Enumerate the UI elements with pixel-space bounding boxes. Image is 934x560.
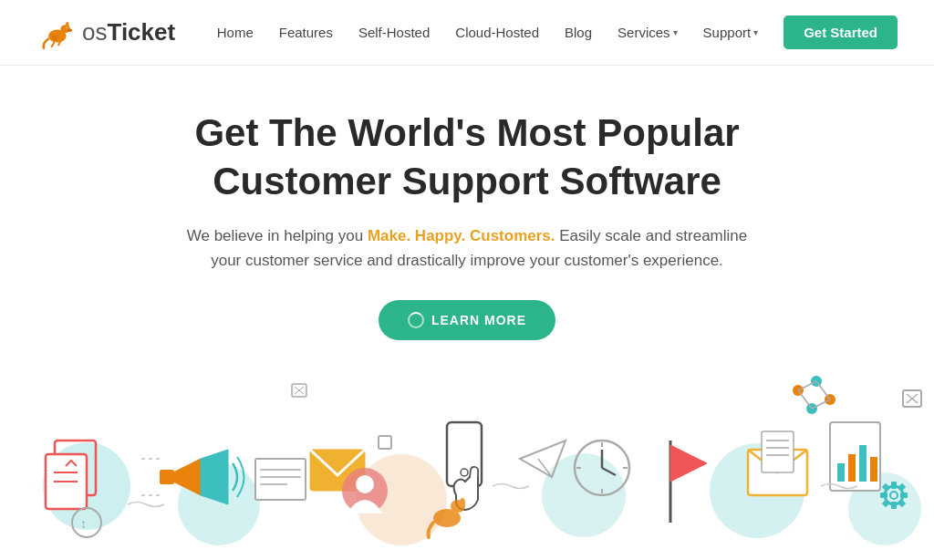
hero-title: Get The World's Most Popular Customer Su… [36, 109, 898, 205]
svg-rect-49 [848, 454, 856, 482]
nav-home[interactable]: Home [217, 25, 254, 40]
logo-text: osTicket [82, 18, 175, 47]
svg-rect-51 [870, 457, 877, 482]
svg-marker-21 [201, 450, 228, 504]
hero-section: Get The World's Most Popular Customer Su… [0, 66, 934, 368]
svg-line-81 [798, 390, 812, 409]
nav-support-label: Support [703, 25, 752, 40]
svg-rect-55 [891, 502, 897, 509]
svg-rect-56 [880, 493, 887, 498]
get-started-button[interactable]: Get Started [784, 16, 898, 49]
svg-line-32 [538, 459, 552, 477]
svg-point-10 [542, 453, 626, 537]
learn-more-button[interactable]: LEARN MORE [379, 300, 555, 340]
svg-rect-20 [160, 470, 174, 484]
nav-features[interactable]: Features [279, 25, 333, 40]
logo[interactable]: osTicket [36, 13, 175, 53]
nav-services-label: Services [617, 25, 670, 40]
nav-blog[interactable]: Blog [565, 25, 592, 40]
svg-point-5 [67, 26, 67, 27]
svg-point-6 [52, 35, 58, 39]
illustration-strip: ↕ [0, 368, 934, 550]
nav-support-dropdown[interactable]: Support ▾ [703, 25, 759, 40]
svg-rect-48 [837, 463, 845, 482]
hero-highlight: Make. Happy. Customers. [368, 227, 555, 244]
nav-cloud-hosted[interactable]: Cloud-Hosted [455, 25, 539, 40]
svg-rect-50 [859, 445, 867, 482]
learn-more-label: LEARN MORE [431, 313, 526, 327]
svg-point-70 [460, 498, 465, 507]
svg-marker-41 [670, 445, 707, 482]
main-nav: Home Features Self-Hosted Cloud-Hosted B… [217, 16, 898, 49]
svg-rect-57 [900, 493, 908, 498]
svg-point-30 [461, 469, 468, 476]
nav-self-hosted[interactable]: Self-Hosted [358, 25, 430, 40]
svg-line-79 [816, 381, 830, 399]
svg-rect-25 [379, 436, 391, 449]
svg-rect-62 [255, 459, 306, 500]
hero-illustration: ↕ [0, 368, 934, 550]
spinner-icon [408, 312, 424, 328]
nav-services-dropdown[interactable]: Services ▾ [617, 25, 678, 40]
svg-rect-43 [762, 431, 794, 472]
kangaroo-icon [36, 13, 77, 53]
header: osTicket Home Features Self-Hosted Cloud… [0, 0, 934, 66]
svg-point-3 [67, 28, 72, 32]
svg-point-2 [66, 22, 69, 27]
services-chevron-icon: ▾ [673, 27, 678, 37]
svg-text:↕: ↕ [80, 516, 87, 531]
svg-rect-54 [891, 482, 897, 489]
support-chevron-icon: ▾ [753, 27, 758, 37]
hero-description: We believe in helping you Make. Happy. C… [184, 223, 750, 273]
svg-point-67 [356, 475, 374, 493]
